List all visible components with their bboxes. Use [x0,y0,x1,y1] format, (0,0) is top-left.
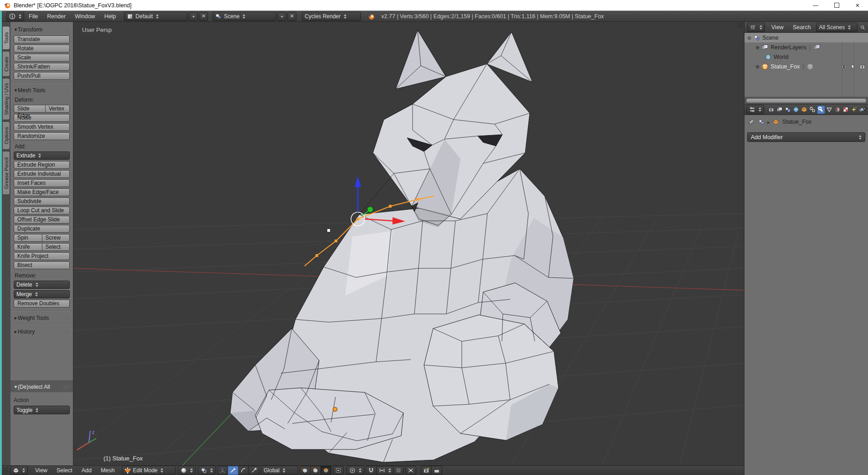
object-breadcrumb-icon[interactable] [773,119,779,125]
screen-layout-selector[interactable]: Default [124,12,188,21]
close-scene-button[interactable]: ✕ [287,12,296,21]
visibility-toggle[interactable] [841,63,847,70]
translate-button[interactable]: Translate [14,36,70,43]
viewport-shading-selector[interactable] [178,466,196,475]
add-scene-button[interactable]: + [277,12,286,21]
area-resize-grip[interactable] [3,467,8,474]
mode-selector[interactable]: Edit Mode [122,466,176,475]
menu-add[interactable]: Add [77,467,96,474]
slide-vertex-button[interactable]: Vertex [45,105,70,113]
tab-grease-pencil[interactable]: Grease Pencil [3,151,10,195]
tab-scene[interactable] [784,105,792,114]
outliner-row-statue-fox[interactable]: Statue_Fox [744,62,868,71]
tab-render-layers[interactable] [775,105,784,114]
manipulator-translate-button[interactable] [228,466,238,475]
knife-project-button[interactable]: Knife Project [14,252,70,260]
outliner-display-selector[interactable] [747,23,765,32]
scrollbar-thumb[interactable] [746,98,867,103]
editor-type-selector[interactable] [10,466,28,475]
area-resize-grip[interactable] [738,23,743,28]
add-modifier-dropdown[interactable]: Add Modifier [747,132,865,142]
menu-render[interactable]: Render [42,13,70,20]
spin-button[interactable]: Spin [14,234,42,242]
knife-button[interactable]: Knife [14,243,42,251]
expand-icon[interactable] [755,63,760,70]
render-engine-selector[interactable]: Cycles Render [302,12,361,21]
limit-to-visible-button[interactable] [333,466,344,475]
extrude-dropdown[interactable]: Extrude [14,151,70,160]
close-layout-button[interactable]: ✕ [199,12,208,21]
tab-world[interactable] [792,105,800,114]
extrude-individual-button[interactable]: Extrude Individual [14,170,70,178]
area-resize-grip[interactable] [862,106,867,111]
3d-viewport[interactable]: z User Persp (1) Statue_Fox [73,22,744,465]
rotate-button[interactable]: Rotate [14,45,70,52]
knife-select-button[interactable]: Select [42,243,70,251]
noise-button[interactable]: Noise [14,114,70,122]
menu-window[interactable]: Window [70,13,99,20]
render-animation-button[interactable] [432,466,442,475]
action-dropdown[interactable]: Toggle [14,406,70,414]
add-layout-button[interactable]: + [189,12,198,21]
tab-constraints[interactable] [808,105,816,114]
pin-icon[interactable] [748,119,754,125]
manipulator-toggle-button[interactable] [217,466,228,475]
close-button[interactable]: ✕ [847,0,868,10]
outliner-menu-view[interactable]: View [767,24,788,31]
panel-weight-tools-header[interactable]: Weight Tools:::: [14,315,70,321]
tab-shading-uvs[interactable]: Shading / UVs [3,78,10,120]
outliner-row-world[interactable]: World [744,52,868,62]
tab-create[interactable]: Create [3,51,10,77]
smooth-vertex-button[interactable]: Smooth Vertex [14,123,70,131]
menu-view[interactable]: View [31,467,52,474]
search-icon[interactable] [860,24,865,31]
duplicate-button[interactable]: Duplicate [14,225,70,233]
snap-toggle-button[interactable] [366,466,377,475]
tab-options[interactable]: Options [3,121,10,150]
tab-object-data[interactable] [825,105,833,114]
panel-mesh-tools-header[interactable]: Mesh Tools:::: [14,87,70,94]
tab-texture[interactable] [842,105,850,114]
shrink-fatten-button[interactable]: Shrink/Fatten [14,63,70,71]
make-edge-face-button[interactable]: Make Edge/Face [14,188,70,196]
outliner-scrollbar[interactable] [744,97,868,104]
outliner-filter-selector[interactable]: All Scenes [816,23,858,32]
slide-edge-button[interactable]: Slide Edge [14,105,45,113]
properties-editor-selector[interactable] [746,105,764,114]
pivot-point-selector[interactable] [198,466,216,475]
menu-mesh[interactable]: Mesh [96,467,119,474]
bisect-button[interactable]: Bisect [14,261,70,269]
tab-material[interactable] [833,105,842,114]
expand-icon[interactable] [755,44,760,51]
renderability-toggle[interactable] [859,63,866,70]
transform-orientation-selector[interactable]: Global [261,466,298,475]
tab-object[interactable] [800,105,808,114]
menu-help[interactable]: Help [100,13,121,20]
tab-particles[interactable] [850,105,858,114]
remove-doubles-button[interactable]: Remove Doubles [14,300,70,308]
extrude-region-button[interactable]: Extrude Region [14,161,70,169]
outliner-menu-search[interactable]: Search [788,24,816,31]
collapse-icon[interactable] [747,35,751,41]
redo-panel-header[interactable]: (De)select All:::: [10,381,73,392]
editor-type-selector[interactable] [6,12,24,21]
loop-cut-button[interactable]: Loop Cut and Slide [14,207,70,214]
delete-dropdown[interactable]: Delete [14,281,70,289]
proportional-edit-selector[interactable] [346,466,364,475]
manipulator-scale-button[interactable] [249,466,259,475]
scene-breadcrumb-icon[interactable] [758,119,765,125]
scene-selector[interactable]: Scene [212,12,276,21]
renderlayer-toggle-icon[interactable] [813,44,821,51]
snap-element-selector[interactable] [377,466,393,475]
render-opengl-button[interactable] [421,466,432,475]
menu-file[interactable]: File [24,13,42,20]
outliner-row-renderlayers[interactable]: RenderLayers [744,42,868,52]
menu-select[interactable]: Select [52,467,77,474]
vertex-select-button[interactable] [300,466,310,475]
selectability-toggle[interactable] [850,63,856,70]
minimize-button[interactable]: — [805,0,826,10]
scale-button[interactable]: Scale [14,54,70,62]
tab-tools[interactable]: Tools [3,26,10,50]
inset-faces-button[interactable]: Inset Faces [14,179,70,187]
outliner-row-scene[interactable]: Scene [744,33,868,42]
